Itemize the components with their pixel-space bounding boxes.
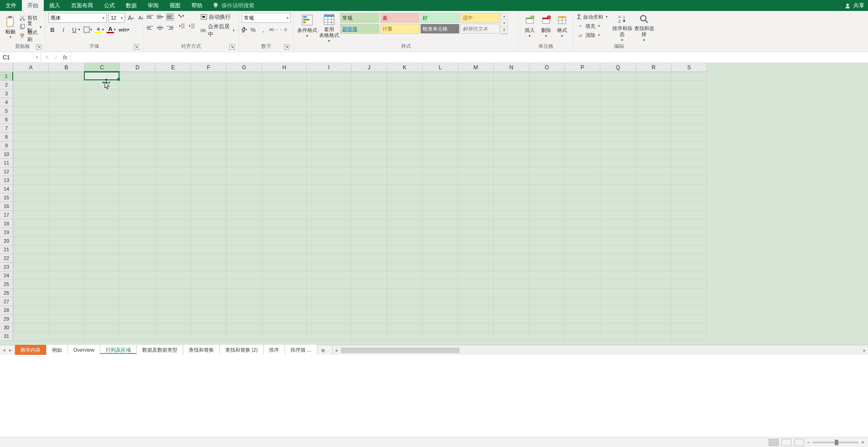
- cell[interactable]: [494, 289, 529, 297]
- cell[interactable]: [262, 115, 307, 124]
- row-header-15[interactable]: 15: [0, 193, 13, 202]
- cell[interactable]: [351, 115, 387, 124]
- cell[interactable]: [423, 193, 458, 202]
- cell[interactable]: [307, 306, 351, 315]
- cell[interactable]: [84, 254, 120, 263]
- cell[interactable]: [120, 254, 155, 263]
- cell[interactable]: [120, 133, 155, 141]
- cell[interactable]: [458, 332, 494, 341]
- page-break-view-button[interactable]: [794, 439, 804, 446]
- cell[interactable]: [155, 289, 191, 297]
- cell[interactable]: [49, 211, 84, 219]
- cell[interactable]: [423, 237, 458, 245]
- cell[interactable]: [672, 211, 707, 219]
- col-header-Q[interactable]: Q: [600, 63, 636, 72]
- orientation-button[interactable]: ⤡▾: [178, 13, 184, 19]
- row-header-9[interactable]: 9: [0, 141, 13, 150]
- cell[interactable]: [494, 245, 529, 254]
- col-header-J[interactable]: J: [351, 63, 387, 72]
- cell[interactable]: [494, 141, 529, 150]
- cell[interactable]: [565, 289, 600, 297]
- cell[interactable]: [262, 315, 307, 323]
- fill-color-button[interactable]: ▾: [95, 26, 104, 33]
- cell[interactable]: [351, 271, 387, 280]
- cell[interactable]: [529, 81, 565, 89]
- cell[interactable]: [529, 254, 565, 263]
- cell[interactable]: [458, 72, 494, 81]
- cell[interactable]: [84, 245, 120, 254]
- cell[interactable]: [191, 263, 227, 271]
- row-header-18[interactable]: 18: [0, 219, 13, 228]
- cell[interactable]: [600, 141, 636, 150]
- cell[interactable]: [49, 81, 84, 89]
- cell[interactable]: [565, 81, 600, 89]
- font-name-select[interactable]: 黑体▾: [48, 13, 107, 23]
- cell[interactable]: [120, 297, 155, 306]
- cell[interactable]: [672, 81, 707, 89]
- cell[interactable]: [387, 133, 423, 141]
- cell[interactable]: [262, 280, 307, 289]
- table-format-button[interactable]: 套用 表格格式▾: [318, 13, 340, 42]
- cell[interactable]: [49, 245, 84, 254]
- cell[interactable]: [351, 245, 387, 254]
- cell[interactable]: [600, 219, 636, 228]
- align-center-button[interactable]: [156, 24, 164, 32]
- cell[interactable]: [13, 280, 49, 289]
- cell[interactable]: [387, 219, 423, 228]
- cell[interactable]: [636, 124, 672, 133]
- cell[interactable]: [84, 271, 120, 280]
- cell-style[interactable]: 差: [380, 13, 419, 23]
- cell[interactable]: [600, 124, 636, 133]
- select-all-corner[interactable]: [0, 63, 13, 72]
- cell[interactable]: [387, 124, 423, 133]
- cell[interactable]: [672, 245, 707, 254]
- cell[interactable]: [49, 332, 84, 341]
- cell[interactable]: [227, 297, 262, 306]
- cell[interactable]: [351, 72, 387, 81]
- cell[interactable]: [565, 245, 600, 254]
- cell[interactable]: [529, 176, 565, 185]
- cell[interactable]: [262, 133, 307, 141]
- cell[interactable]: [387, 176, 423, 185]
- cell[interactable]: [49, 176, 84, 185]
- cell[interactable]: [351, 176, 387, 185]
- cell[interactable]: [13, 193, 49, 202]
- cell[interactable]: [191, 297, 227, 306]
- cell[interactable]: [84, 159, 120, 167]
- paste-button[interactable]: 粘贴 ▾: [3, 13, 18, 42]
- cell[interactable]: [351, 98, 387, 107]
- cell[interactable]: [600, 159, 636, 167]
- cell[interactable]: [423, 306, 458, 315]
- cell[interactable]: [672, 193, 707, 202]
- cell[interactable]: [600, 176, 636, 185]
- cell[interactable]: [458, 237, 494, 245]
- cell[interactable]: [565, 219, 600, 228]
- cell[interactable]: [307, 332, 351, 341]
- cell[interactable]: [120, 315, 155, 323]
- cell[interactable]: [307, 115, 351, 124]
- cell[interactable]: [423, 289, 458, 297]
- cell[interactable]: [227, 332, 262, 341]
- cell[interactable]: [672, 263, 707, 271]
- cell[interactable]: [307, 89, 351, 98]
- cell[interactable]: [191, 280, 227, 289]
- cell[interactable]: [565, 98, 600, 107]
- autosum-button[interactable]: Σ自动求和▾: [576, 13, 609, 21]
- font-color-button[interactable]: A▾: [107, 26, 116, 33]
- cell[interactable]: [494, 306, 529, 315]
- cell[interactable]: [84, 323, 120, 332]
- cell[interactable]: [262, 141, 307, 150]
- cell[interactable]: [49, 315, 84, 323]
- fx-button[interactable]: fx: [63, 54, 67, 61]
- cell[interactable]: [672, 332, 707, 341]
- cell[interactable]: [307, 263, 351, 271]
- cell[interactable]: [84, 280, 120, 289]
- cell[interactable]: [307, 245, 351, 254]
- cell[interactable]: [458, 124, 494, 133]
- col-header-B[interactable]: B: [49, 63, 84, 72]
- cell[interactable]: [307, 185, 351, 193]
- row-header-22[interactable]: 22: [0, 254, 13, 263]
- cell[interactable]: [387, 237, 423, 245]
- cell[interactable]: [387, 228, 423, 237]
- cell[interactable]: [227, 211, 262, 219]
